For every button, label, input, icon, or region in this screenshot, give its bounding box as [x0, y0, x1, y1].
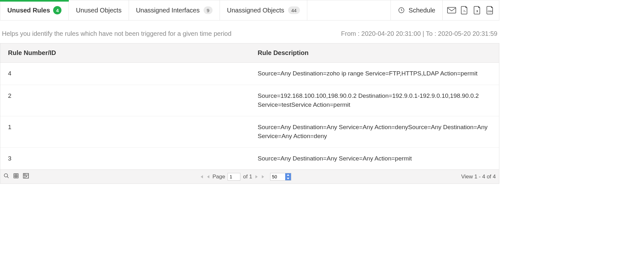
last-page-icon[interactable]: [261, 175, 266, 179]
cell-rule-id: 4: [0, 63, 250, 85]
tab-count-badge: 44: [288, 6, 300, 14]
svg-text:CSV: CSV: [488, 10, 493, 12]
cell-rule-desc: Source=Any Destination=Any Service=Any A…: [250, 148, 499, 170]
page-label: Page: [213, 174, 225, 180]
clock-icon: [398, 7, 405, 14]
svg-rect-1: [447, 7, 456, 13]
tab-count-badge: 4: [53, 6, 61, 14]
schedule-label: Schedule: [409, 7, 435, 14]
stepper-up-icon[interactable]: [285, 173, 291, 177]
svg-text:⋋: ⋋: [463, 9, 466, 12]
tab-unassigned-interfaces[interactable]: Unassigned Interfaces 9: [129, 0, 220, 20]
grid-body: 4 Source=Any Destination=zoho ip range S…: [0, 63, 499, 169]
page-of-label: of 1: [243, 174, 252, 180]
cell-rule-desc: Source=192.168.100.100,198.90.0.2 Destin…: [250, 85, 499, 116]
tab-unused-objects[interactable]: Unused Objects: [69, 0, 129, 20]
mail-icon[interactable]: [447, 6, 456, 15]
search-icon[interactable]: [4, 173, 9, 180]
tab-label: Unused Rules: [7, 7, 50, 14]
columns-icon[interactable]: [13, 173, 19, 180]
prev-page-icon[interactable]: [206, 175, 210, 179]
rules-grid: Rule Number/ID Rule Description 4 Source…: [0, 43, 499, 184]
tabs-bar: Unused Rules 4 Unused Objects Unassigned…: [0, 0, 499, 20]
help-text: Helps you identify the rules which have …: [2, 29, 231, 38]
cell-rule-id: 1: [0, 116, 250, 147]
cell-rule-desc: Source=Any Destination=zoho ip range Ser…: [250, 63, 499, 85]
stepper-down-icon[interactable]: [285, 177, 291, 180]
page-size-stepper[interactable]: [270, 173, 291, 181]
cell-rule-desc: Source=Any Destination=Any Service=Any A…: [250, 116, 499, 147]
info-row: Helps you identify the rules which have …: [0, 20, 499, 43]
table-row[interactable]: 3 Source=Any Destination=Any Service=Any…: [0, 148, 499, 170]
first-page-icon[interactable]: [199, 175, 204, 179]
tab-label: Unassigned Objects: [227, 7, 284, 14]
grid-header: Rule Number/ID Rule Description: [0, 43, 499, 63]
view-count: View 1 - 4 of 4: [461, 174, 496, 180]
cell-rule-id: 2: [0, 85, 250, 116]
export-pdf-icon[interactable]: ⋋: [460, 6, 469, 15]
pager: Page of 1 View 1 - 4 of 4: [0, 169, 499, 183]
stepper-buttons[interactable]: [285, 173, 291, 180]
tab-label: Unused Objects: [76, 7, 121, 14]
svg-rect-6: [14, 174, 18, 178]
tab-count-badge: 9: [204, 6, 213, 14]
table-row[interactable]: 2 Source=192.168.100.100,198.90.0.2 Dest…: [0, 85, 499, 116]
table-row[interactable]: 4 Source=Any Destination=zoho ip range S…: [0, 63, 499, 85]
next-page-icon[interactable]: [255, 175, 259, 179]
date-range: From : 2020-04-20 20:31:00 | To : 2020-0…: [341, 30, 498, 37]
tabs-spacer: [307, 0, 391, 20]
table-row[interactable]: 1 Source=Any Destination=Any Service=Any…: [0, 116, 499, 148]
tab-unused-rules[interactable]: Unused Rules 4: [0, 0, 69, 20]
page-size-input[interactable]: [270, 173, 285, 180]
export-table-icon[interactable]: [23, 173, 29, 180]
cell-rule-id: 3: [0, 148, 250, 170]
page-input[interactable]: [228, 173, 240, 181]
col-header-rule-desc[interactable]: Rule Description: [250, 43, 499, 62]
svg-point-5: [4, 174, 8, 177]
tab-unassigned-objects[interactable]: Unassigned Objects 44: [220, 0, 307, 20]
col-header-rule-id[interactable]: Rule Number/ID: [0, 43, 250, 62]
tab-label: Unassigned Interfaces: [136, 7, 200, 14]
export-csv-icon[interactable]: CSV: [486, 6, 495, 15]
export-xls-icon[interactable]: x: [473, 6, 482, 15]
svg-text:x: x: [476, 9, 478, 13]
schedule-button[interactable]: Schedule: [391, 0, 443, 20]
export-icons: ⋋ x CSV: [443, 0, 499, 20]
